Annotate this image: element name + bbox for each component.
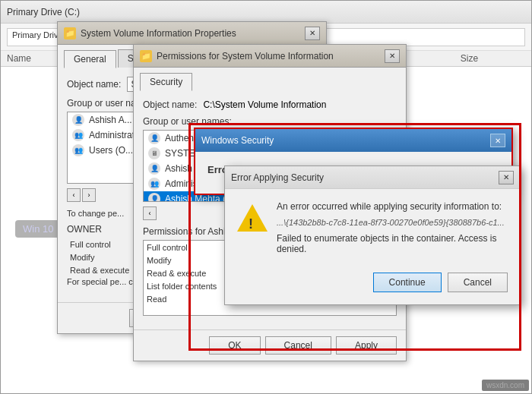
- error-titlebar: Error Applying Security ✕: [225, 166, 520, 189]
- nav-left-btn[interactable]: ‹: [67, 188, 81, 202]
- perm-apply-button[interactable]: Apply: [336, 336, 397, 355]
- wsxdn-badge: wsxdn.com: [482, 380, 529, 391]
- col-size-header: Size: [461, 53, 525, 64]
- error-desc: Failed to enumerate objects in the conta…: [277, 233, 508, 254]
- permissions-titlebar: 📁 Permissions for System Volume Informat…: [134, 45, 406, 68]
- error-path: ...\{143b2b8b-c7c8-11ea-8f73-00270e0f0e5…: [277, 218, 508, 227]
- svi-close-btn[interactable]: ✕: [305, 27, 320, 40]
- file-explorer-titlebar: Primary Drive (C:): [1, 1, 531, 24]
- user-icon: 👥: [72, 129, 84, 141]
- perm-object-row: Object name: C:\System Volume Informatio…: [143, 99, 397, 110]
- perm-cancel-button[interactable]: Cancel: [265, 336, 331, 355]
- svi-props-titlebar: 📁 System Volume Information Properties ✕: [58, 22, 326, 45]
- svi-window-controls: ✕: [305, 27, 320, 40]
- nav-left-btn2[interactable]: ‹: [143, 206, 157, 220]
- perm-close-btn[interactable]: ✕: [385, 49, 400, 63]
- error-dialog: Error Applying Security ✕ An error occur…: [224, 165, 521, 305]
- nav-right-btn[interactable]: ›: [82, 188, 96, 202]
- user-icon: 👥: [72, 144, 84, 156]
- error-footer: Continue Cancel: [225, 266, 520, 304]
- warning-icon: [237, 201, 268, 232]
- folder-icon: 📁: [64, 27, 76, 39]
- tab-general[interactable]: General: [64, 50, 116, 68]
- tab-security[interactable]: Security: [140, 73, 192, 91]
- error-messages: An error occurred while applying securit…: [277, 201, 508, 254]
- perm-group-label: Group or user names:: [143, 116, 397, 127]
- win10-badge: Win 10: [15, 220, 61, 238]
- object-name-label: Object name:: [67, 79, 121, 90]
- error-title: Error Applying Security: [231, 172, 324, 183]
- user-icon: 👤: [148, 132, 160, 144]
- error-body: An error occurred while applying securit…: [225, 189, 520, 266]
- user-icon: 👤: [72, 114, 84, 126]
- security-title: Windows Security: [201, 135, 274, 146]
- user-icon: 👤: [148, 193, 160, 202]
- file-explorer-title: Primary Drive (C:): [7, 7, 80, 17]
- folder-icon: 📁: [140, 50, 152, 62]
- error-window-controls: ✕: [499, 171, 514, 184]
- perm-tab-bar: Security: [134, 68, 406, 90]
- security-close-btn[interactable]: ✕: [490, 134, 505, 147]
- security-titlebar: Windows Security ✕: [195, 129, 511, 152]
- permissions-title: Permissions for System Volume Informatio…: [157, 51, 334, 61]
- perm-object-label: Object name:: [143, 99, 197, 110]
- nav-arrows: ‹ ›: [67, 188, 96, 202]
- user-icon: 👥: [148, 178, 160, 190]
- svi-props-title: System Volume Information Properties: [81, 28, 236, 39]
- perm-ok-button[interactable]: OK: [209, 336, 260, 355]
- error-close-btn[interactable]: ✕: [499, 171, 514, 184]
- continue-button[interactable]: Continue: [373, 273, 442, 292]
- user-name: Ashish A...: [89, 115, 132, 125]
- perm-footer: OK Cancel Apply: [134, 329, 406, 361]
- perm-window-controls: ✕: [385, 49, 400, 63]
- user-icon: 🖥: [148, 147, 160, 159]
- error-intro: An error occurred while applying securit…: [277, 201, 508, 212]
- user-name: Users (O...: [89, 145, 133, 156]
- warning-triangle: [237, 204, 268, 232]
- user-icon: 👤: [148, 162, 160, 175]
- error-cancel-button[interactable]: Cancel: [448, 273, 508, 292]
- perm-object-value: C:\System Volume Information: [203, 99, 326, 110]
- nav-arrows2: ‹: [143, 206, 157, 220]
